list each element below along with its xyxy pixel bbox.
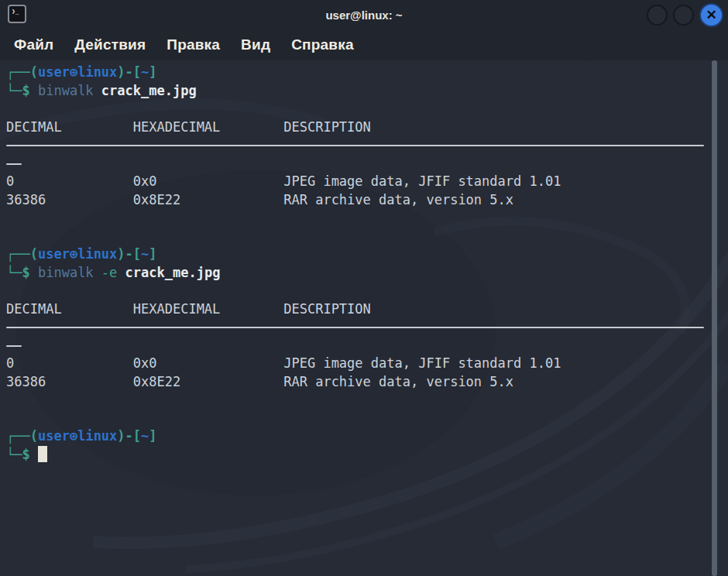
menu-item-actions[interactable]: Действия	[74, 36, 146, 53]
terminal-text-segment: crack_me.jpg	[125, 265, 221, 280]
terminal-text-segment: ┌──(	[6, 246, 38, 262]
terminal-text-segment: )-[	[117, 64, 141, 80]
menu-item-help[interactable]: Справка	[291, 36, 354, 53]
terminal-text-segment: ┌──(	[6, 428, 38, 444]
terminal-output: ┌──(user⊕linux)-[~]└─$ binwalk crack_me.…	[6, 63, 704, 464]
close-button[interactable]: ✕	[699, 3, 723, 27]
terminal-text-segment: └─$	[6, 83, 38, 98]
terminal-table-line: DECIMAL HEXADECIMAL DESCRIPTION	[6, 119, 371, 135]
block-cursor	[38, 446, 47, 462]
terminal-table-line: 36386 0x8E22 RAR archive data, version 5…	[6, 192, 513, 207]
window-title: user@linux: ~	[0, 0, 728, 29]
terminal-viewport[interactable]: ┌──(user⊕linux)-[~]└─$ binwalk crack_me.…	[0, 60, 728, 576]
menu-item-file[interactable]: Файл	[14, 36, 53, 53]
scrollbar[interactable]	[712, 60, 717, 576]
maximize-button[interactable]	[673, 5, 694, 26]
terminal-text-segment: crack_me.jpg	[101, 83, 197, 98]
minimize-button[interactable]	[647, 5, 668, 26]
menu-item-view[interactable]: Вид	[241, 36, 270, 53]
terminal-text-segment: user	[38, 64, 70, 80]
terminal-text-segment: user	[38, 246, 70, 262]
terminal-text-segment: linux	[77, 246, 117, 262]
terminal-text-segment: )-[	[117, 246, 141, 262]
terminal-text-segment: ]	[149, 428, 156, 444]
terminal-text-segment: linux	[77, 64, 117, 80]
kali-at-icon: ⊕	[70, 64, 77, 80]
menubar: Файл Действия Правка Вид Справка	[0, 29, 728, 60]
terminal-text-segment: ~	[141, 246, 149, 262]
separator-rule	[6, 345, 22, 347]
close-icon: ✕	[706, 9, 716, 22]
kali-at-icon: ⊕	[70, 428, 77, 444]
terminal-table-line: 0 0x0 JPEG image data, JFIF standard 1.0…	[6, 355, 561, 371]
separator-rule	[6, 145, 704, 146]
terminal-text-segment: └─$	[6, 447, 38, 462]
terminal-text-segment: linux	[77, 428, 117, 444]
terminal-text-segment: ~	[141, 64, 149, 80]
terminal-table-line: DECIMAL HEXADECIMAL DESCRIPTION	[6, 301, 371, 317]
titlebar[interactable]: ❯_ user@linux: ~ ✕	[0, 0, 728, 29]
terminal-text-segment: user	[38, 428, 70, 444]
separator-rule	[6, 327, 704, 328]
terminal-text-segment: ]	[149, 64, 156, 80]
window-controls: ✕	[647, 3, 723, 27]
terminal-text-segment: └─$	[6, 265, 38, 280]
terminal-text-segment: ┌──(	[6, 64, 38, 80]
terminal-text-segment: binwalk	[38, 83, 101, 98]
terminal-window: ❯_ user@linux: ~ ✕ Файл Действия Правка …	[0, 0, 728, 576]
terminal-table-line: 36386 0x8E22 RAR archive data, version 5…	[6, 374, 513, 389]
menu-item-edit[interactable]: Правка	[167, 36, 220, 53]
kali-at-icon: ⊕	[70, 246, 77, 262]
terminal-text-segment: )-[	[117, 428, 141, 444]
separator-rule	[6, 163, 22, 165]
terminal-text-segment: ]	[149, 246, 156, 262]
terminal-text-segment: binwalk	[38, 265, 101, 280]
terminal-text-segment: ~	[141, 428, 149, 444]
terminal-table-line: 0 0x0 JPEG image data, JFIF standard 1.0…	[6, 173, 561, 189]
terminal-text-segment: -e	[101, 265, 125, 280]
